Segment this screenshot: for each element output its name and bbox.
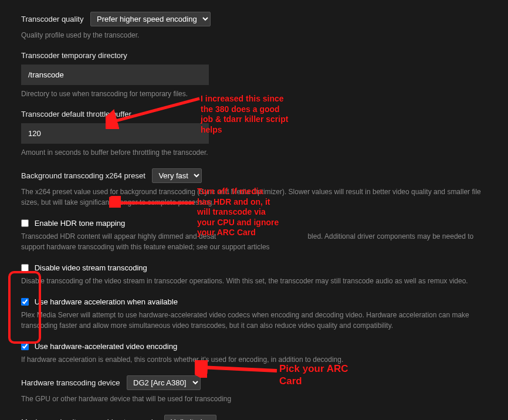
hdr-tone-mapping-checkbox[interactable]: [21, 219, 29, 227]
max-transcode-label: Maximum simultaneous video transcode: [21, 418, 157, 420]
hw-device-help: The GPU or other hardware device that wi…: [21, 394, 487, 404]
x264-preset-label: Background transcoding x264 preset: [21, 171, 145, 180]
hw-encode-help: If hardware acceleration is enabled, thi…: [21, 354, 487, 365]
hdr-tone-mapping-label: Enable HDR tone mapping: [35, 219, 126, 228]
disable-video-stream-help: Disable transcoding of the video stream …: [21, 276, 487, 286]
hw-accel-checkbox[interactable]: [21, 298, 29, 306]
transcoder-quality-select[interactable]: Prefer higher speed encoding: [90, 12, 211, 26]
x264-preset-help: The x264 preset value used for backgroun…: [21, 187, 487, 208]
transcoder-quality-help: Quality profile used by the transcoder.: [21, 30, 487, 40]
x264-preset-select[interactable]: Very fast: [152, 168, 202, 183]
hw-encode-checkbox[interactable]: [21, 343, 29, 350]
max-transcode-select[interactable]: Unlimited: [164, 415, 216, 420]
hw-device-select[interactable]: DG2 [Arc A380]: [127, 375, 201, 390]
throttle-buffer-label: Transcoder default throttle buffer: [21, 110, 487, 118]
hw-device-label: Hardware transcoding device: [21, 378, 120, 387]
transcoder-quality-label: Transcoder quality: [21, 15, 83, 23]
hdr-tone-mapping-help: Transcoded HDR content will appear highl…: [21, 231, 487, 252]
svg-line-5: [201, 367, 277, 371]
temp-dir-input[interactable]: [21, 65, 209, 85]
hw-accel-help: Plex Media Server will attempt to use ha…: [21, 310, 487, 331]
temp-dir-label: Transcoder temporary directory: [21, 51, 487, 60]
temp-dir-help: Directory to use when transcoding for te…: [21, 89, 487, 99]
throttle-buffer-input[interactable]: [21, 123, 209, 144]
disable-video-stream-label: Disable video stream transcoding: [35, 263, 147, 272]
disable-video-stream-checkbox[interactable]: [21, 264, 29, 272]
throttle-buffer-help: Amount in seconds to buffer before throt…: [21, 147, 487, 158]
hw-accel-label: Use hardware acceleration when available: [35, 297, 178, 306]
hw-encode-label: Use hardware-accelerated video encoding: [35, 342, 178, 351]
